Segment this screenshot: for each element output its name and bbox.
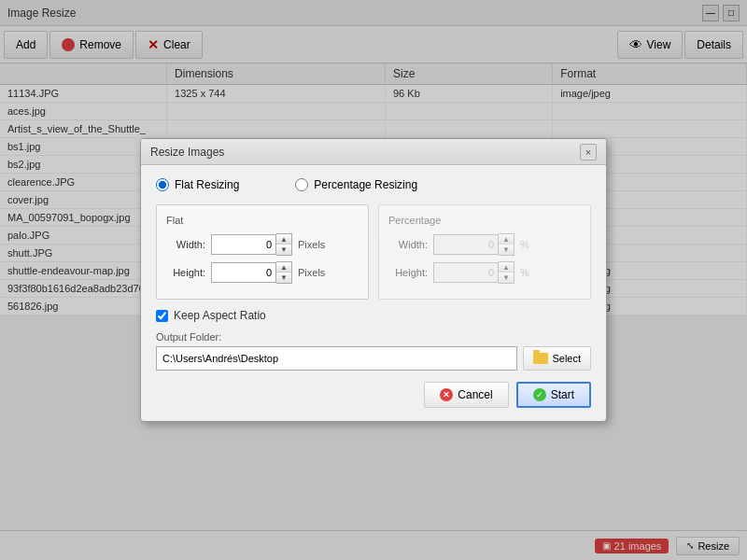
modal-title-bar: Resize Images × [141,139,606,165]
close-icon: × [585,147,591,158]
percentage-resizing-radio[interactable] [295,178,308,191]
start-button[interactable]: ✓ Start [516,382,591,408]
pct-width-label: Width: [388,239,428,250]
flat-width-spinner[interactable]: ▲ ▼ [211,233,292,256]
pct-height-up: ▲ [499,262,514,273]
select-folder-button[interactable]: Select [523,346,591,371]
flat-width-spin-buttons: ▲ ▼ [276,233,292,256]
pct-height-unit: % [520,267,529,278]
pct-width-input [433,234,499,255]
percentage-panel-label: Percentage [388,215,581,226]
modal-overlay: Resize Images × Flat Resizing Percentage… [0,0,747,560]
pct-width-spinner[interactable]: ▲ ▼ [433,233,514,256]
modal-close-button[interactable]: × [580,144,597,161]
pct-width-up: ▲ [499,234,514,245]
pct-width-unit: % [520,239,529,250]
output-folder-field-row: Select [156,346,591,371]
flat-resizing-radio-label[interactable]: Flat Resizing [156,178,239,191]
pct-height-label: Height: [388,267,428,278]
select-label: Select [552,353,581,364]
keep-aspect-ratio-checkbox[interactable] [156,310,168,322]
folder-icon [533,353,548,364]
output-folder-row: Output Folder: Select [156,331,591,371]
output-folder-input[interactable] [156,346,517,371]
modal-body: Flat Resizing Percentage Resizing Flat W… [141,165,606,421]
keep-aspect-ratio-row: Keep Aspect Ratio [156,309,591,322]
percentage-resizing-radio-label[interactable]: Percentage Resizing [295,178,417,191]
resize-type-radio-group: Flat Resizing Percentage Resizing [156,178,591,191]
flat-height-input[interactable] [211,262,276,283]
pct-width-spin-buttons: ▲ ▼ [499,233,514,256]
resize-panels: Flat Width: ▲ ▼ Pixels Heigh [156,204,591,300]
percentage-panel: Percentage Width: ▲ ▼ % Heig [378,204,591,300]
pct-height-spin-buttons: ▲ ▼ [499,261,514,284]
flat-width-up[interactable]: ▲ [276,234,291,245]
action-buttons-row: ✕ Cancel ✓ Start [156,382,591,408]
pct-width-row: Width: ▲ ▼ % [388,233,581,256]
cancel-button[interactable]: ✕ Cancel [424,382,508,408]
flat-height-unit: Pixels [298,267,325,278]
pct-height-row: Height: ▲ ▼ % [388,261,581,284]
flat-height-down[interactable]: ▼ [276,273,291,283]
flat-width-input[interactable] [211,234,276,255]
flat-width-label: Width: [166,239,205,250]
cancel-label: Cancel [458,388,492,401]
flat-resizing-radio[interactable] [156,178,169,191]
pct-height-input [433,262,499,283]
flat-width-unit: Pixels [298,239,325,250]
pct-height-down: ▼ [499,273,514,283]
flat-resizing-label: Flat Resizing [175,178,239,191]
resize-images-modal: Resize Images × Flat Resizing Percentage… [140,138,607,422]
flat-height-spin-buttons: ▲ ▼ [276,261,292,284]
output-folder-label: Output Folder: [156,331,591,343]
percentage-resizing-label: Percentage Resizing [314,178,417,191]
start-icon: ✓ [533,388,546,401]
cancel-icon: ✕ [440,388,453,401]
flat-height-up[interactable]: ▲ [276,262,291,273]
keep-aspect-ratio-label: Keep Aspect Ratio [174,309,266,322]
pct-height-spinner[interactable]: ▲ ▼ [433,261,514,284]
flat-width-row: Width: ▲ ▼ Pixels [166,233,359,256]
start-label: Start [551,388,574,401]
modal-title: Resize Images [150,146,224,159]
pct-width-down: ▼ [499,245,514,255]
flat-width-down[interactable]: ▼ [276,245,291,255]
flat-panel: Flat Width: ▲ ▼ Pixels Heigh [156,204,369,300]
flat-height-spinner[interactable]: ▲ ▼ [211,261,292,284]
flat-panel-label: Flat [166,215,359,226]
flat-height-label: Height: [166,267,205,278]
flat-height-row: Height: ▲ ▼ Pixels [166,261,359,284]
